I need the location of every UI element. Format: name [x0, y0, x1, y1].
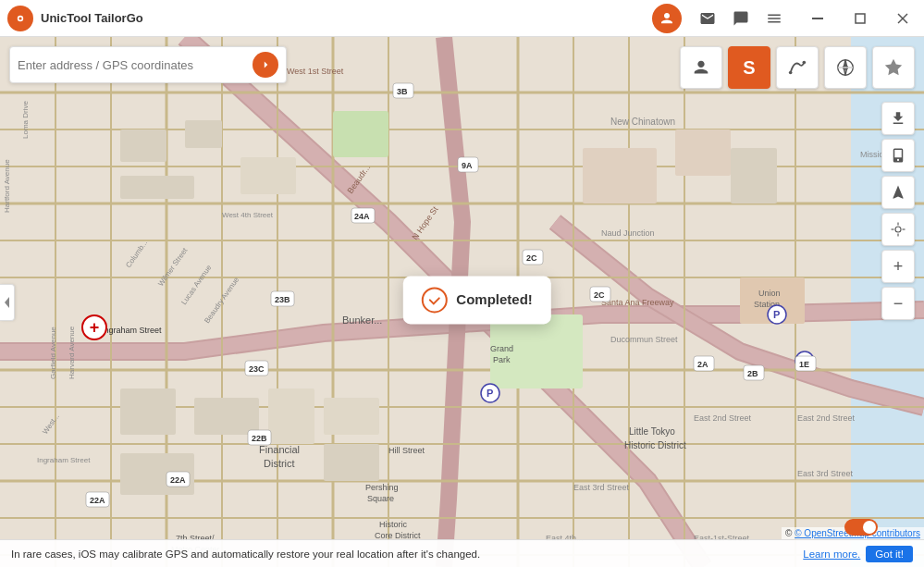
- download-button[interactable]: [881, 102, 915, 135]
- svg-point-125: [803, 61, 807, 65]
- svg-text:Hartford Avenue: Hartford Avenue: [3, 159, 11, 213]
- check-circle-icon: [421, 287, 447, 313]
- svg-text:Bunker...: Bunker...: [342, 314, 382, 326]
- person-icon: [691, 57, 711, 78]
- compass-icon: [835, 57, 856, 78]
- arrow-right-icon: [259, 58, 272, 71]
- svg-text:New Chinatown: New Chinatown: [610, 117, 675, 127]
- navigate-icon: [890, 184, 906, 201]
- svg-text:Grand: Grand: [490, 344, 513, 353]
- person-mode-button[interactable]: [680, 46, 722, 89]
- avatar-button[interactable]: [652, 4, 682, 33]
- svg-rect-36: [185, 120, 222, 148]
- svg-rect-37: [120, 176, 194, 199]
- svg-text:Park: Park: [493, 355, 511, 364]
- svg-text:22B: 22B: [252, 434, 267, 443]
- window-controls: [796, 0, 924, 37]
- locate-button[interactable]: [881, 213, 915, 246]
- download-icon: [890, 110, 906, 127]
- minimize-button[interactable]: [796, 0, 839, 37]
- app-title: UnicTool TailorGo: [41, 11, 652, 25]
- map-controls: + −: [881, 102, 915, 320]
- svg-text:Pershing: Pershing: [365, 483, 399, 492]
- svg-text:West 1st Street: West 1st Street: [287, 67, 344, 76]
- route-s-button[interactable]: S: [728, 46, 770, 89]
- svg-text:2A: 2A: [697, 360, 708, 369]
- chevron-left-icon: [4, 296, 11, 309]
- svg-text:Garfield Avenue: Garfield Avenue: [49, 327, 57, 379]
- got-it-button[interactable]: Got it!: [866, 546, 913, 562]
- svg-text:9A: 9A: [462, 161, 473, 170]
- learn-more-link[interactable]: Learn more.: [803, 549, 860, 560]
- svg-text:23B: 23B: [275, 295, 290, 304]
- zoom-in-icon: +: [893, 257, 904, 277]
- svg-rect-47: [731, 148, 777, 203]
- svg-text:East 3rd Street: East 3rd Street: [573, 483, 630, 492]
- svg-text:24A: 24A: [354, 212, 370, 221]
- zoom-in-button[interactable]: +: [881, 250, 915, 283]
- svg-text:P: P: [773, 309, 780, 320]
- mail-button[interactable]: [693, 4, 722, 33]
- svg-rect-38: [240, 157, 296, 194]
- svg-text:Ducommun Street: Ducommun Street: [610, 335, 678, 344]
- close-icon: [897, 13, 908, 24]
- toggle-switch[interactable]: [844, 519, 878, 536]
- add-location-button[interactable]: +: [81, 314, 107, 340]
- header-icons: [652, 4, 789, 33]
- maximize-icon: [855, 13, 866, 24]
- svg-text:Union: Union: [758, 289, 781, 298]
- search-go-button[interactable]: [253, 52, 278, 78]
- completed-popup: Completed!: [402, 276, 551, 324]
- svg-text:22A: 22A: [90, 496, 105, 505]
- svg-text:Little Tokyo: Little Tokyo: [629, 426, 675, 437]
- svg-point-124: [789, 71, 793, 75]
- svg-text:East 2nd Street: East 2nd Street: [797, 413, 856, 423]
- zoom-out-icon: −: [893, 294, 904, 314]
- svg-text:2C: 2C: [594, 290, 605, 300]
- curved-route-button[interactable]: [776, 46, 819, 89]
- svg-rect-34: [333, 111, 388, 157]
- compass-button[interactable]: [824, 46, 867, 89]
- svg-rect-3: [812, 18, 823, 19]
- svg-text:Ingraham Street: Ingraham Street: [102, 326, 162, 335]
- phone-button[interactable]: [881, 139, 915, 172]
- close-button[interactable]: [881, 0, 924, 37]
- toggle-thumb: [863, 521, 876, 534]
- svg-rect-41: [268, 388, 314, 444]
- svg-point-2: [18, 17, 21, 19]
- map-toolbar: S: [680, 46, 915, 89]
- svg-text:23C: 23C: [249, 364, 265, 374]
- app-logo: [7, 6, 33, 31]
- checkmark-icon: [427, 293, 440, 306]
- chat-button[interactable]: [726, 4, 756, 33]
- svg-text:Naud Junction: Naud Junction: [601, 228, 655, 238]
- svg-text:Historic District: Historic District: [624, 440, 686, 450]
- svg-text:1E: 1E: [799, 360, 809, 369]
- zoom-out-button[interactable]: −: [881, 287, 915, 320]
- route-s-icon: S: [743, 57, 755, 79]
- favorites-button[interactable]: [872, 46, 915, 89]
- collapse-panel-button[interactable]: [0, 284, 15, 321]
- map-container[interactable]: Union Station P P P Beaudr... N Hope St …: [0, 37, 924, 567]
- toggle-track[interactable]: [844, 519, 878, 536]
- notification-text: In rare cases, iOS may calibrate GPS and…: [11, 549, 797, 560]
- svg-text:Square: Square: [367, 494, 394, 503]
- completed-label: Completed!: [456, 291, 533, 307]
- menu-button[interactable]: [759, 4, 789, 33]
- osm-credit-text: ©: [785, 528, 795, 538]
- svg-text:22A: 22A: [170, 475, 186, 485]
- svg-text:Loma Drive: Loma Drive: [21, 101, 30, 139]
- notification-bar: In rare cases, iOS may calibrate GPS and…: [0, 539, 924, 567]
- star-icon: [883, 57, 904, 78]
- svg-text:Hill Street: Hill Street: [388, 446, 425, 455]
- svg-rect-44: [324, 398, 379, 435]
- plus-icon: +: [90, 318, 100, 338]
- svg-rect-43: [324, 444, 379, 481]
- maximize-button[interactable]: [839, 0, 881, 37]
- search-input[interactable]: [18, 58, 253, 72]
- mail-icon: [699, 10, 716, 27]
- navigate-button[interactable]: [881, 176, 915, 209]
- svg-rect-39: [120, 388, 176, 435]
- svg-rect-4: [856, 14, 865, 23]
- svg-text:3B: 3B: [397, 87, 408, 96]
